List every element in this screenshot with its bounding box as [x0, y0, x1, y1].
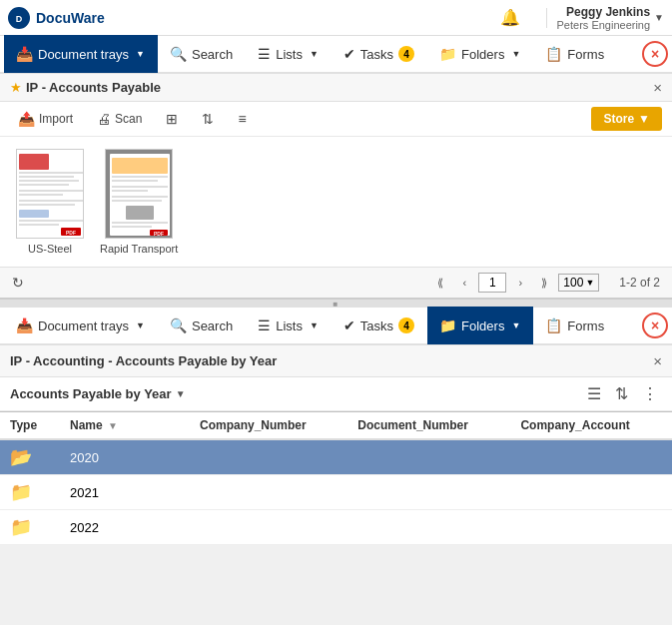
svg-rect-25	[112, 200, 162, 202]
svg-rect-26	[126, 206, 154, 220]
grid-view-button[interactable]: ⊞	[158, 107, 186, 131]
nav-label-tasks: Tasks	[360, 47, 393, 62]
folder-table: Type Name ▼ Company_Number Document_Numb…	[0, 412, 672, 545]
scan-button[interactable]: 🖨 Scan	[89, 107, 150, 131]
sort-columns-button[interactable]: ⇅	[611, 382, 632, 405]
nav-item-folders-2[interactable]: 📁 Folders ▼	[427, 307, 533, 344]
prev-page-button[interactable]: ‹	[454, 273, 474, 293]
nav-item-forms-2[interactable]: 📋 Forms	[533, 307, 617, 344]
table-row[interactable]: 📁 2021	[0, 475, 672, 510]
nav-label-doc-trays: Document trays	[38, 47, 129, 62]
search-nav-icon: 🔍	[170, 46, 187, 62]
folder-selector-chevron-icon: ▼	[176, 388, 186, 399]
refresh-icon[interactable]: ↻	[12, 275, 24, 291]
nav-item-folders[interactable]: 📁 Folders ▼	[427, 35, 533, 73]
panel-1-close-button[interactable]: ×	[653, 80, 662, 95]
svg-rect-6	[19, 180, 79, 182]
scan-label: Scan	[115, 112, 142, 126]
lists-2-icon: ☰	[258, 317, 271, 333]
sort-columns-icon: ⇅	[615, 385, 628, 402]
svg-rect-22	[112, 186, 168, 188]
panel-2-close-button[interactable]: ×	[653, 352, 662, 369]
col-header-type: Type	[0, 412, 60, 439]
sort-icon: ⇅	[202, 111, 214, 127]
sort-button[interactable]: ⇅	[194, 107, 222, 131]
folders-2-icon: 📁	[439, 317, 456, 333]
nav-item-forms[interactable]: 📋 Forms	[533, 35, 617, 73]
row-name-2021: 2021	[60, 475, 190, 510]
svg-rect-4	[19, 172, 83, 174]
stack-icon: ≡	[238, 111, 246, 127]
store-button[interactable]: Store ▼	[591, 107, 662, 131]
nav-item-doc-trays-2[interactable]: 📥 Document trays ▼	[4, 307, 158, 344]
nav-label-lists-2: Lists	[276, 318, 303, 333]
import-button[interactable]: 📤 Import	[10, 107, 81, 131]
notifications-bell-icon[interactable]: 🔔	[500, 8, 520, 27]
col-header-company-number: Company_Number	[190, 412, 347, 439]
stack-button[interactable]: ≡	[230, 107, 254, 131]
logo-area: D DocuWare	[8, 7, 105, 29]
nav-bar-2-close-button[interactable]: ×	[642, 312, 668, 338]
folder-selector-dropdown[interactable]: Accounts Payable by Year ▼	[10, 386, 186, 401]
row-name-2020: 2020	[60, 439, 190, 475]
row-company-account-2022	[510, 510, 672, 545]
nav-item-search[interactable]: 🔍 Search	[158, 35, 246, 73]
nav-label-search: Search	[192, 47, 233, 62]
svg-text:D: D	[16, 14, 23, 24]
doc-thumb-rapid-transport[interactable]: PDF Rapid Transport	[100, 149, 178, 255]
lists-icon: ☰	[258, 46, 271, 62]
folder-closed-icon: 📁	[10, 482, 32, 502]
per-page-chevron-icon: ▼	[585, 278, 594, 288]
nav-bar-2: 📥 Document trays ▼ 🔍 Search ☰ Lists ▼ ✔ …	[0, 308, 672, 345]
divider	[546, 8, 547, 28]
nav-label-lists: Lists	[276, 47, 303, 62]
grid-icon: ⊞	[166, 111, 178, 127]
nav-item-tasks-2[interactable]: ✔ Tasks 4	[332, 307, 427, 344]
list-view-button[interactable]: ☰	[583, 382, 605, 405]
folder-toolbar-right: ☰ ⇅ ⋮	[583, 382, 662, 405]
row-document-number-2021	[347, 475, 510, 510]
nav-item-lists[interactable]: ☰ Lists ▼	[246, 35, 332, 73]
nav-item-search-2[interactable]: 🔍 Search	[158, 307, 246, 344]
nav-label-forms-2: Forms	[567, 318, 604, 333]
row-type-2022: 📁	[0, 510, 60, 545]
first-page-button[interactable]: ⟪	[430, 273, 450, 293]
svg-rect-11	[19, 204, 75, 206]
svg-rect-7	[19, 184, 69, 186]
panel-1-toolbar: 📤 Import 🖨 Scan ⊞ ⇅ ≡ Store ▼	[0, 102, 672, 137]
user-name: Peggy Jenkins	[566, 5, 650, 19]
nav-label-search-2: Search	[192, 318, 233, 333]
col-header-name[interactable]: Name ▼	[60, 412, 190, 439]
nav-label-folders-2: Folders	[461, 318, 504, 333]
pagination-bar: ↻ ⟪ ‹ 1 › ⟫ 100 ▼ 1-2 of 2	[0, 267, 672, 298]
last-page-button[interactable]: ⟫	[534, 273, 554, 293]
user-menu-chevron-icon[interactable]: ▼	[654, 12, 664, 23]
nav-item-lists-2[interactable]: ☰ Lists ▼	[246, 307, 332, 344]
next-page-button[interactable]: ›	[510, 273, 530, 293]
user-info[interactable]: Peggy Jenkins Peters Engineering	[557, 5, 651, 31]
thumbnails-area: PDF US-Steel	[0, 137, 672, 267]
row-type-2021: 📁	[0, 475, 60, 510]
table-row[interactable]: 📁 2022	[0, 510, 672, 545]
svg-rect-21	[112, 180, 158, 182]
svg-rect-28	[112, 226, 152, 228]
user-company: Peters Engineering	[557, 19, 651, 31]
nav-item-doc-trays[interactable]: 📥 Document trays ▼	[4, 35, 158, 73]
folder-toolbar: Accounts Payable by Year ▼ ☰ ⇅ ⋮	[0, 377, 672, 411]
row-company-account-2020	[510, 439, 672, 475]
store-label: Store	[603, 112, 634, 126]
thumb-img-us-steel: PDF	[16, 149, 84, 239]
nav-item-tasks[interactable]: ✔ Tasks 4	[332, 35, 427, 73]
folders-icon: 📁	[439, 46, 456, 62]
nav-bar-1-close-button[interactable]: ×	[642, 41, 668, 67]
current-page-input[interactable]: 1	[478, 273, 506, 293]
table-row[interactable]: 📂 2020	[0, 439, 672, 475]
list-view-icon: ☰	[587, 385, 601, 402]
per-page-selector[interactable]: 100 ▼	[558, 274, 599, 292]
nav-label-doc-trays-2: Document trays	[38, 318, 129, 333]
svg-rect-10	[19, 200, 83, 202]
forms-2-icon: 📋	[545, 317, 562, 333]
doc-thumb-us-steel[interactable]: PDF US-Steel	[16, 149, 84, 255]
svg-rect-9	[19, 194, 63, 196]
more-options-button[interactable]: ⋮	[638, 382, 662, 405]
